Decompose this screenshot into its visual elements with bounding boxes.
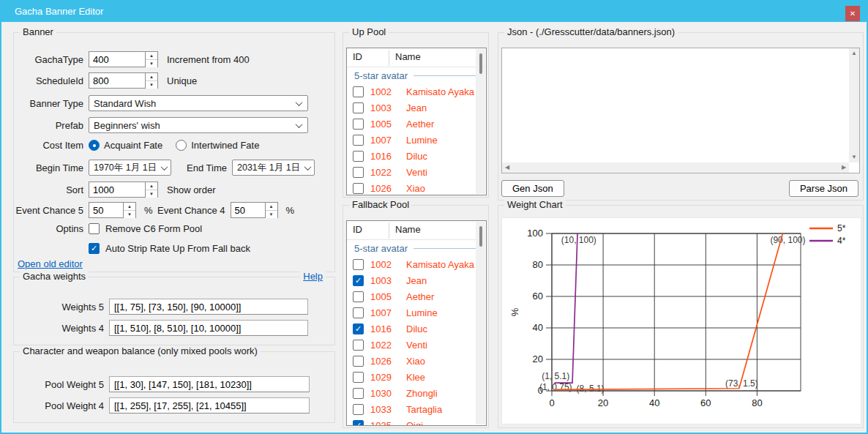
- pool-item-row[interactable]: 1003Jean: [347, 100, 486, 116]
- gacha-type-input[interactable]: [89, 52, 145, 67]
- spin-down-icon[interactable]: ▼: [146, 190, 157, 198]
- weights-5-input[interactable]: [109, 299, 308, 315]
- row-checkbox[interactable]: [353, 388, 364, 399]
- gacha-type-stepper[interactable]: ▲ ▼: [89, 51, 158, 67]
- row-checkbox[interactable]: [353, 340, 364, 351]
- pool-item-row[interactable]: 1030Zhongli: [347, 385, 486, 401]
- row-checkbox[interactable]: [353, 151, 364, 162]
- end-time-picker[interactable]: 2031年 1月 1日: [232, 160, 315, 176]
- pool-item-row[interactable]: 1026Xiao: [347, 353, 486, 369]
- row-checkbox[interactable]: [353, 167, 364, 178]
- open-old-editor-link[interactable]: Open old editor: [18, 258, 83, 269]
- event-chance-5-stepper[interactable]: ▲ ▼: [89, 202, 136, 218]
- pool-item-row[interactable]: 1002Kamisato Ayaka: [347, 256, 486, 272]
- pool-item-row[interactable]: 1033Tartaglia: [347, 401, 486, 417]
- scroll-left-icon[interactable]: ◀: [502, 162, 512, 173]
- row-checkbox[interactable]: [353, 135, 364, 146]
- pool-item-row[interactable]: 1007Lumine: [347, 304, 486, 321]
- pool-item-row[interactable]: ✓1035Qiqi: [347, 417, 486, 426]
- up-pool-list[interactable]: ID Name 5-star avatar1002Kamisato Ayaka1…: [346, 48, 487, 195]
- close-button[interactable]: ✕: [845, 6, 860, 21]
- gen-json-button[interactable]: Gen Json: [501, 180, 564, 197]
- scroll-down-icon[interactable]: ▼: [849, 152, 859, 162]
- item-id: 1002: [370, 86, 395, 97]
- help-link[interactable]: Help: [300, 271, 326, 282]
- pool-item-row[interactable]: ✓1003Jean: [347, 272, 486, 288]
- spin-down-icon[interactable]: ▼: [146, 59, 157, 67]
- spin-down-icon[interactable]: ▼: [146, 81, 157, 89]
- scroll-up-icon[interactable]: ▲: [849, 48, 859, 59]
- event-chance-5-input[interactable]: [89, 203, 123, 217]
- spin-down-icon[interactable]: ▼: [124, 210, 135, 218]
- fallback-pool-scrollbar[interactable]: [476, 222, 485, 424]
- pool-item-row[interactable]: 1029Klee: [347, 369, 486, 385]
- spin-up-icon[interactable]: ▲: [124, 203, 135, 210]
- remove-c6-label: Remove C6 Form Pool: [105, 223, 202, 234]
- sort-input[interactable]: [89, 182, 145, 197]
- banner-type-value: Standard Wish: [94, 98, 156, 109]
- scrollbar-thumb[interactable]: [479, 226, 482, 247]
- y-tick-label: 60: [533, 291, 543, 302]
- pool-item-row[interactable]: 1005Aether: [347, 116, 486, 132]
- auto-strip-checkbox[interactable]: ✓: [89, 243, 100, 254]
- json-textarea[interactable]: [502, 48, 849, 162]
- remove-c6-checkbox[interactable]: [89, 223, 100, 234]
- row-checkbox[interactable]: [353, 86, 364, 97]
- banner-group: Banner GachaType ▲ ▼ Increment from 400 …: [13, 32, 335, 272]
- chevron-down-icon: [296, 121, 303, 128]
- schedule-id-stepper[interactable]: ▲ ▼: [89, 72, 158, 89]
- row-checkbox[interactable]: [353, 119, 364, 130]
- event-chance-4-input[interactable]: [231, 203, 265, 217]
- intertwined-fate-radio[interactable]: [176, 140, 187, 151]
- banner-type-select[interactable]: Standard Wish: [89, 95, 308, 111]
- pool-item-row[interactable]: 1026Xiao: [347, 180, 486, 195]
- pool-item-row[interactable]: 1005Aether: [347, 288, 486, 304]
- scrollbar-thumb[interactable]: [479, 53, 482, 74]
- pool-weight-5-input[interactable]: [109, 376, 310, 392]
- banner-group-title: Banner: [20, 26, 56, 37]
- row-checkbox[interactable]: [353, 102, 364, 113]
- row-checkbox[interactable]: ✓: [353, 275, 364, 286]
- event-chance-5-label: Event Chance 5: [14, 205, 89, 216]
- row-checkbox[interactable]: [353, 356, 364, 367]
- sort-stepper[interactable]: ▲ ▼: [89, 182, 158, 198]
- y-tick-label: 80: [533, 259, 543, 270]
- json-vertical-scrollbar[interactable]: ▲ ▼: [849, 48, 859, 162]
- pool-item-row[interactable]: 1022Venti: [347, 164, 486, 180]
- spin-down-icon[interactable]: ▼: [266, 210, 277, 218]
- parse-json-button[interactable]: Parse Json: [789, 180, 858, 197]
- row-checkbox[interactable]: [353, 183, 364, 194]
- auto-strip-row: ✓ Auto Strip Rate Up From Fall back: [14, 243, 329, 254]
- pool-item-row[interactable]: 1007Lumine: [347, 132, 486, 148]
- row-checkbox[interactable]: [353, 404, 364, 415]
- scroll-right-icon[interactable]: ▶: [839, 162, 849, 173]
- spin-up-icon[interactable]: ▲: [266, 203, 277, 210]
- fallback-pool-group: Fallback Pool ID Name 5-star avatar1002K…: [343, 205, 489, 428]
- row-checkbox[interactable]: [353, 259, 364, 270]
- row-checkbox[interactable]: [353, 307, 364, 318]
- prefab-select[interactable]: Beginners' wish: [89, 117, 308, 133]
- pool-weight-4-input[interactable]: [109, 397, 310, 414]
- weights-4-input[interactable]: [109, 320, 308, 336]
- pool-weight-4-label: Pool Weight 4: [14, 400, 109, 411]
- schedule-id-input[interactable]: [89, 73, 145, 88]
- spin-up-icon[interactable]: ▲: [146, 73, 157, 81]
- pool-item-row[interactable]: 1016Diluc: [347, 148, 486, 164]
- up-pool-scrollbar[interactable]: [476, 49, 485, 194]
- begin-time-picker[interactable]: 1970年 1月 1日: [89, 160, 171, 176]
- y-tick-label: 40: [533, 322, 543, 333]
- row-checkbox[interactable]: ✓: [353, 323, 364, 334]
- event-chance-4-stepper[interactable]: ▲ ▼: [231, 202, 278, 218]
- pool-item-row[interactable]: ✓1016Diluc: [347, 321, 486, 337]
- pool-item-row[interactable]: 1022Venti: [347, 337, 486, 353]
- event-chance-row: Event Chance 5 ▲ ▼ % Event Chance 4 ▲ ▼: [14, 202, 329, 218]
- pool-item-row[interactable]: 1002Kamisato Ayaka: [347, 83, 486, 100]
- row-checkbox[interactable]: [353, 372, 364, 383]
- row-checkbox[interactable]: ✓: [353, 420, 364, 427]
- json-horizontal-scrollbar[interactable]: ◀ ▶: [502, 162, 849, 173]
- spin-up-icon[interactable]: ▲: [146, 52, 157, 59]
- acquaint-fate-radio[interactable]: [89, 140, 100, 151]
- spin-up-icon[interactable]: ▲: [146, 182, 157, 190]
- fallback-pool-list[interactable]: ID Name 5-star avatar1002Kamisato Ayaka✓…: [346, 220, 487, 426]
- row-checkbox[interactable]: [353, 291, 364, 302]
